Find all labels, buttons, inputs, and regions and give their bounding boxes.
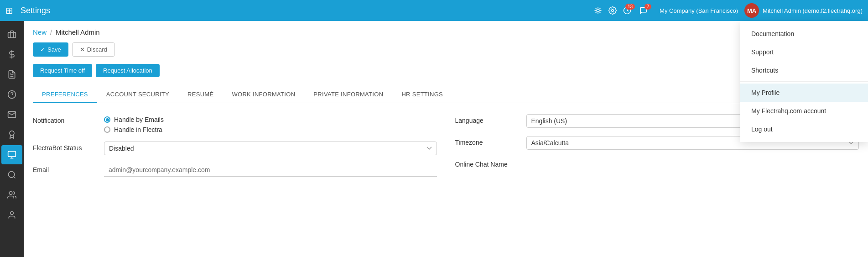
tab-hr-settings[interactable]: HR SETTINGS xyxy=(392,86,452,103)
sidebar-item-helpdesk[interactable] xyxy=(1,85,22,104)
breadcrumb-current: Mitchell Admin xyxy=(56,28,100,36)
sidebar-item-documents[interactable] xyxy=(1,65,22,84)
email-field-wrap xyxy=(104,163,437,177)
nav-actions: 13 2 My Company (San Francisco) MA Mitch… xyxy=(594,3,863,18)
svg-rect-3 xyxy=(8,32,16,38)
chat-name-input[interactable] xyxy=(526,158,859,171)
top-navbar: ⊞ Settings 13 2 My Company (San Francisc… xyxy=(0,0,868,21)
dropdown-item-support[interactable]: Support xyxy=(740,43,868,61)
action-row: ✓ Save ✕ Discard xyxy=(33,42,859,57)
invoicing-icon xyxy=(7,49,17,59)
chat-name-label: Online Chat Name xyxy=(455,158,519,168)
svg-rect-10 xyxy=(8,152,16,157)
save-button[interactable]: ✓ Save xyxy=(33,42,68,57)
sidebar-item-contacts[interactable] xyxy=(1,185,22,205)
breadcrumb: New / Mitchell Admin xyxy=(33,28,859,36)
discard-x-icon: ✕ xyxy=(80,46,85,53)
tab-preferences[interactable]: PREFERENCES xyxy=(33,86,97,103)
timezone-label: Timezone xyxy=(455,136,519,146)
save-checkmark-icon: ✓ xyxy=(40,46,45,53)
clock-badge: 13 xyxy=(625,4,635,10)
dropdown-divider xyxy=(740,81,868,82)
email-row: Email xyxy=(33,163,437,177)
dropdown-item-logout[interactable]: Log out xyxy=(740,120,868,138)
notification-label: Notification xyxy=(33,114,97,124)
breadcrumb-separator: / xyxy=(50,29,52,36)
discard-button[interactable]: ✕ Discard xyxy=(72,42,115,57)
search-icon xyxy=(7,170,17,180)
tab-work-information[interactable]: WORK INFORMATION xyxy=(223,86,304,103)
user-name: Mitchell Admin (demo.f2.flectrahq.org) xyxy=(763,7,863,14)
svg-point-13 xyxy=(9,172,15,178)
user-icon xyxy=(7,210,17,220)
sidebar-item-awards[interactable] xyxy=(1,125,22,144)
dropdown-item-shortcuts[interactable]: Shortcuts xyxy=(740,61,868,79)
notification-flectra-option[interactable]: Handle in Flectra xyxy=(104,126,437,133)
flectrabot-field: Disabled Enabled xyxy=(104,142,437,155)
grid-icon[interactable]: ⊞ xyxy=(5,5,13,16)
svg-point-9 xyxy=(10,131,14,136)
chat-name-row: Online Chat Name xyxy=(455,158,859,171)
sidebar-item-user[interactable] xyxy=(1,205,22,225)
awards-icon xyxy=(7,130,17,140)
breadcrumb-new[interactable]: New xyxy=(33,28,47,36)
dropdown-item-flectrahq[interactable]: My Flectrahq.com account xyxy=(740,102,868,120)
request-time-off-button[interactable]: Request Time off xyxy=(33,64,92,77)
helpdesk-icon xyxy=(7,89,17,100)
tab-private-information[interactable]: PRIVATE INFORMATION xyxy=(304,86,392,103)
flectrabot-row: FlectraBot Status Disabled Enabled xyxy=(33,142,437,155)
settings-icon-btn[interactable] xyxy=(608,6,617,15)
notification-field: Handle by Emails Handle in Flectra xyxy=(104,114,437,133)
tabs-container: PREFERENCES ACCOUNT SECURITY RESUMÉ WORK… xyxy=(33,86,859,103)
sidebar-item-mail[interactable] xyxy=(1,105,22,124)
email-label: Email xyxy=(33,163,97,173)
sidebar xyxy=(0,21,24,257)
dropdown-item-documentation[interactable]: Documentation xyxy=(740,25,868,43)
svg-point-0 xyxy=(597,9,599,12)
user-menu-btn[interactable]: MA Mitchell Admin (demo.f2.flectrahq.org… xyxy=(744,3,863,18)
sidebar-item-invoicing[interactable] xyxy=(1,45,22,64)
sidebar-item-company[interactable] xyxy=(1,145,22,164)
email-input[interactable] xyxy=(104,163,437,177)
svg-point-16 xyxy=(10,212,14,215)
chat-badge: 2 xyxy=(645,4,652,10)
finance-icon xyxy=(7,29,17,39)
form-section-left: Notification Handle by Emails Handle in … xyxy=(33,114,437,185)
clock-icon-btn[interactable]: 13 xyxy=(623,6,631,15)
company-label[interactable]: My Company (San Francisco) xyxy=(660,7,738,14)
flectrabot-select[interactable]: Disabled Enabled xyxy=(104,142,437,155)
form-content: Notification Handle by Emails Handle in … xyxy=(33,114,859,185)
notification-row: Notification Handle by Emails Handle in … xyxy=(33,114,437,133)
svg-point-15 xyxy=(9,192,12,195)
svg-point-1 xyxy=(612,10,614,12)
request-allocation-button[interactable]: Request Allocation xyxy=(96,64,160,77)
tab-resume[interactable]: RESUMÉ xyxy=(178,86,223,103)
chat-icon-btn[interactable]: 2 xyxy=(639,6,648,15)
dropdown-item-my-profile[interactable]: My Profile xyxy=(740,84,868,102)
mail-icon xyxy=(7,110,17,120)
user-avatar: MA xyxy=(744,3,759,18)
language-label: Language xyxy=(455,114,519,124)
sidebar-item-finance[interactable] xyxy=(1,25,22,44)
notification-email-option[interactable]: Handle by Emails xyxy=(104,116,437,123)
flectrabot-label: FlectraBot Status xyxy=(33,142,97,152)
tab-account-security[interactable]: ACCOUNT SECURITY xyxy=(97,86,178,103)
documents-icon xyxy=(7,69,17,79)
bug-icon-btn[interactable] xyxy=(594,6,602,15)
sidebar-item-search[interactable] xyxy=(1,165,22,184)
radio-flectra-dot xyxy=(104,126,110,133)
secondary-action-row: Request Time off Request Allocation xyxy=(33,64,859,77)
svg-line-14 xyxy=(14,177,16,178)
company-icon xyxy=(7,150,17,160)
app-title: Settings xyxy=(21,6,594,16)
chat-name-field-wrap xyxy=(526,158,859,171)
contacts-icon xyxy=(7,190,17,200)
user-dropdown-menu: Documentation Support Shortcuts My Profi… xyxy=(740,21,868,142)
radio-email-dot xyxy=(104,116,110,123)
